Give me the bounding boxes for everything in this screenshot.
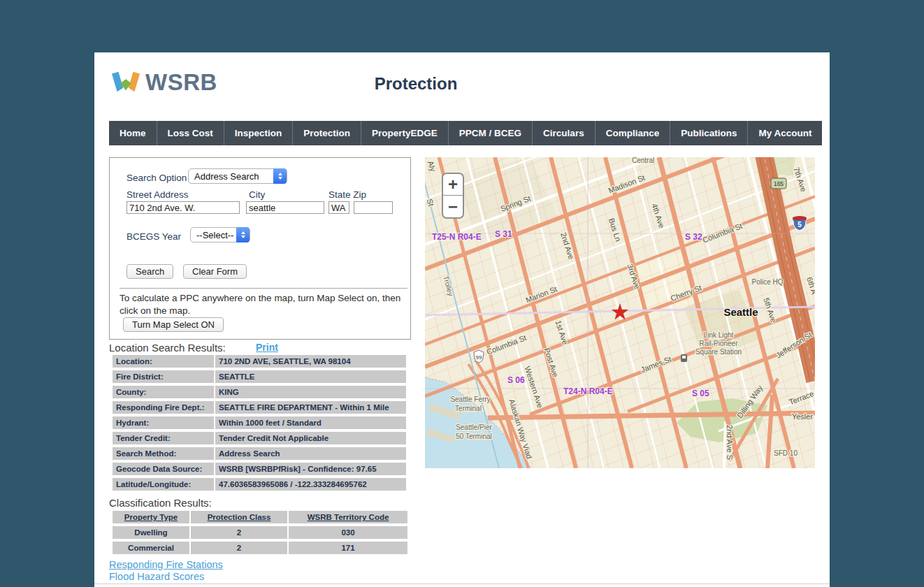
zoom-out-button[interactable]: − xyxy=(443,196,463,217)
table-row: Commercial 2 171 xyxy=(113,542,407,554)
col-property-type[interactable]: Property Type xyxy=(113,511,189,523)
row-label: Hydrant: xyxy=(113,416,214,429)
cell-value: Dwelling xyxy=(113,526,189,539)
place-label: SFD 10 xyxy=(774,449,797,457)
row-label: County: xyxy=(113,386,214,398)
row-value: SEATTLE FIRE DEPARTMENT - Within 1 Mile xyxy=(215,401,406,414)
place-label: Police HQ xyxy=(751,278,783,286)
city-label: City xyxy=(249,189,265,200)
bcegs-year-value: --Select-- xyxy=(196,230,233,240)
zoom-in-button[interactable]: + xyxy=(443,174,463,196)
map-zoom-control: + − xyxy=(442,173,464,219)
section-label: S 31 xyxy=(495,229,512,239)
classification-table: Property Type Protection Class WSRB Terr… xyxy=(113,511,407,557)
map[interactable]: + − xyxy=(425,157,815,468)
svg-text:5: 5 xyxy=(797,221,802,229)
table-row: Tender Credit: Tender Credit Not Applica… xyxy=(113,432,406,444)
nav-item-home[interactable]: Home xyxy=(109,121,157,145)
place-label: 50 Terminal xyxy=(456,433,492,440)
search-panel: Search Option Address Search Street Addr… xyxy=(109,157,411,340)
state-input[interactable] xyxy=(329,201,349,214)
row-label: Responding Fire Dept.: xyxy=(113,401,214,414)
flood-hazard-scores-link[interactable]: Flood Hazard Scores xyxy=(109,571,204,582)
select-stepper-icon xyxy=(236,227,250,242)
nav-item-propertyedge[interactable]: PropertyEDGE xyxy=(361,121,449,145)
svg-text:165: 165 xyxy=(774,180,784,187)
section-label: S 05 xyxy=(692,389,709,398)
row-value: SEATTLE xyxy=(215,370,406,383)
table-row: Geocode Data Source: WSRB [WSRBPfRisk] -… xyxy=(113,463,406,475)
section-label: S 32 xyxy=(685,232,702,242)
nav-item-ppcm-bceg[interactable]: PPCM / BCEG xyxy=(449,121,533,145)
place-label: Seattle/Pier xyxy=(456,423,492,431)
row-label: Location: xyxy=(113,355,214,368)
city-input[interactable] xyxy=(246,201,324,214)
nav-item-loss-cost[interactable]: Loss Cost xyxy=(157,121,224,145)
row-value: Within 1000 feet / Standard xyxy=(215,416,406,429)
wsrb-logo-icon xyxy=(111,71,140,94)
bottom-divider xyxy=(94,584,830,584)
location-results-table: Location: 710 2ND AVE, SEATTLE, WA 98104… xyxy=(113,355,406,493)
nav-item-publications[interactable]: Publications xyxy=(670,121,748,145)
row-label: Geocode Data Source: xyxy=(113,463,214,475)
location-results-heading: Location Search Results: xyxy=(109,342,226,354)
place-label: Link Light xyxy=(704,331,734,339)
svg-text:99: 99 xyxy=(476,354,482,361)
zip-input[interactable] xyxy=(354,201,393,214)
nav-item-inspection[interactable]: Inspection xyxy=(224,121,294,145)
row-label: Search Method: xyxy=(113,447,214,460)
place-label: Central xyxy=(632,157,654,164)
search-option-value: Address Search xyxy=(194,171,259,182)
responding-fire-stations-link[interactable]: Responding Fire Stations xyxy=(109,559,223,570)
table-row: Location: 710 2ND AVE, SEATTLE, WA 98104 xyxy=(113,355,406,368)
page-background: WSRB Protection Home Loss Cost Inspectio… xyxy=(0,0,924,587)
classification-heading: Classification Results: xyxy=(109,497,212,509)
place-label: Seattle Ferry xyxy=(450,396,490,403)
bcegs-year-select[interactable]: --Select-- xyxy=(190,227,250,242)
row-value: Tender Credit Not Applicable xyxy=(215,432,406,444)
row-value: 710 2ND AVE, SEATTLE, WA 98104 xyxy=(215,355,406,368)
township-label: T24-N R04-E xyxy=(563,386,613,396)
table-row: Latitude/Longitude: 47.6036583965086 / -… xyxy=(113,478,406,491)
col-protection-class[interactable]: Protection Class xyxy=(191,511,287,523)
row-value: Address Search xyxy=(215,447,406,460)
table-row: Dwelling 2 030 xyxy=(113,526,407,539)
cell-value: 171 xyxy=(289,542,407,554)
turn-map-select-on-button[interactable]: Turn Map Select ON xyxy=(123,317,224,332)
cell-value: 2 xyxy=(191,526,287,539)
place-label: Square Station xyxy=(695,348,742,356)
clear-form-button[interactable]: Clear Form xyxy=(183,264,247,279)
row-label: Latitude/Longitude: xyxy=(113,478,214,491)
table-row: Hydrant: Within 1000 feet / Standard xyxy=(113,416,406,429)
nav-item-compliance[interactable]: Compliance xyxy=(595,121,671,145)
place-label: Rail-Pioneer xyxy=(699,340,738,347)
nav-item-protection[interactable]: Protection xyxy=(293,121,361,145)
street-address-label: Street Address xyxy=(127,189,189,200)
row-value: KING xyxy=(215,386,406,398)
search-button[interactable]: Search xyxy=(127,264,173,279)
main-nav: Home Loss Cost Inspection Protection Pro… xyxy=(109,121,822,145)
city-label: Seattle xyxy=(723,306,758,318)
search-option-select[interactable]: Address Search xyxy=(188,168,287,184)
table-row: Responding Fire Dept.: SEATTLE FIRE DEPA… xyxy=(113,401,406,414)
map-canvas: 99 165 5 Madison St Spring St Marion St … xyxy=(425,157,815,468)
row-label: Fire District: xyxy=(113,370,214,383)
street-label: 2nd Ave S xyxy=(726,425,734,460)
township-label: T25-N R04-E xyxy=(432,232,482,242)
col-territory-code[interactable]: WSRB Territory Code xyxy=(289,511,407,523)
panel-divider xyxy=(120,288,407,289)
table-row: Search Method: Address Search xyxy=(113,447,406,460)
nav-item-my-account[interactable]: My Account xyxy=(748,121,822,145)
print-link[interactable]: Print xyxy=(256,342,278,353)
street-address-input[interactable] xyxy=(127,201,240,214)
row-value: WSRB [WSRBPfRisk] - Confidence: 97.65 xyxy=(215,463,406,475)
cell-value: 2 xyxy=(191,542,287,554)
route-165-shield-icon: 165 xyxy=(771,178,786,189)
app-window: WSRB Protection Home Loss Cost Inspectio… xyxy=(94,52,830,587)
section-label: S 06 xyxy=(507,375,525,385)
bcegs-year-label: BCEGS Year xyxy=(127,231,181,242)
wsrb-logo: WSRB xyxy=(111,69,217,96)
select-stepper-icon xyxy=(273,168,287,184)
nav-item-circulars[interactable]: Circulars xyxy=(533,121,595,145)
state-zip-label: State Zip xyxy=(329,189,366,200)
